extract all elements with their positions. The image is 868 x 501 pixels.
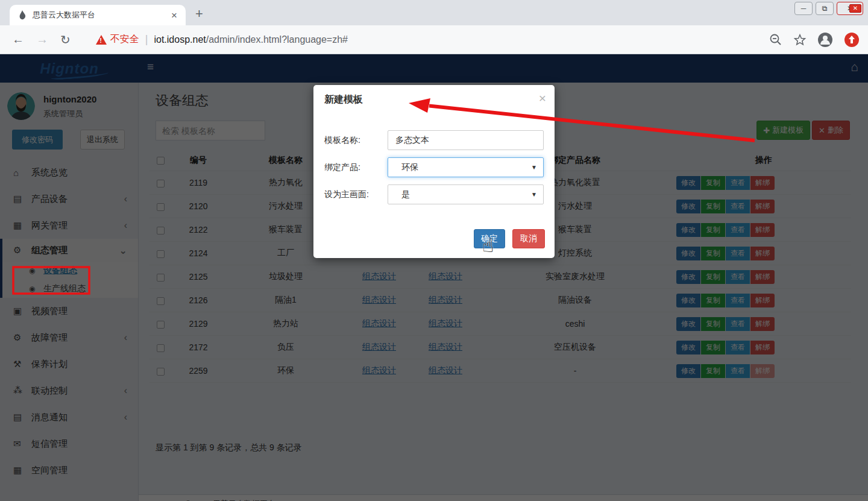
- url-path[interactable]: /admin/index.html?language=zh#: [206, 34, 348, 45]
- security-warning-label: 不安全: [110, 33, 139, 46]
- browser-url-bar: ← → ↻ 不安全 | iot.idosp.net/admin/index.ht…: [0, 25, 868, 54]
- browser-tab[interactable]: 思普云大数据平台 ×: [10, 5, 186, 25]
- new-template-modal: 新建模板 × 模板名称: 绑定产品: 环保 ▼ 设为主画面: 是 ▼ 确定 取消: [313, 85, 555, 258]
- tab-title: 思普云大数据平台: [33, 10, 169, 20]
- zoom-out-icon[interactable]: [769, 33, 782, 46]
- window-controls: ─ ⧉ ✕✕: [794, 2, 863, 15]
- profile-avatar-icon[interactable]: [817, 32, 833, 48]
- confirm-button[interactable]: 确定: [474, 229, 505, 248]
- template-name-input[interactable]: [388, 130, 544, 150]
- main-screen-label: 设为主画面:: [324, 184, 388, 204]
- minimize-button[interactable]: ─: [794, 2, 813, 15]
- bind-product-label: 绑定产品:: [324, 157, 388, 177]
- page-viewport: Hignton ≡ ⌂ hignton2020 系统管理员 修改密码 退出系统 …: [0, 54, 868, 501]
- close-button[interactable]: ✕✕: [837, 2, 863, 15]
- security-chip[interactable]: 不安全: [96, 33, 139, 46]
- url-separator: |: [145, 33, 148, 46]
- modal-title: 新建模板: [324, 93, 363, 106]
- bookmark-star-icon[interactable]: [793, 33, 807, 46]
- close-x-icon: ✕: [849, 4, 861, 13]
- reload-icon[interactable]: ↻: [60, 33, 71, 47]
- new-tab-button[interactable]: +: [195, 6, 203, 22]
- screen: { "browser": { "tab": { "title": "思普云大数据…: [0, 0, 868, 501]
- url-host[interactable]: iot.idosp.net: [154, 34, 206, 45]
- forward-icon[interactable]: →: [36, 33, 48, 46]
- warning-triangle-icon: [96, 35, 107, 45]
- cancel-button[interactable]: 取消: [512, 229, 545, 248]
- browser-tab-strip: 思普云大数据平台 × + ─ ⧉ ✕✕: [0, 0, 868, 25]
- restore-button[interactable]: ⧉: [816, 2, 834, 15]
- update-extension-icon[interactable]: [844, 32, 860, 48]
- main-screen-select[interactable]: 是 ▼: [388, 184, 544, 204]
- favicon-icon: [18, 10, 27, 20]
- modal-close-icon[interactable]: ×: [539, 91, 546, 106]
- bind-product-select[interactable]: 环保 ▼: [388, 157, 544, 177]
- template-name-label: 模板名称:: [324, 130, 388, 150]
- caret-down-icon: ▼: [531, 191, 537, 198]
- tab-close-icon[interactable]: ×: [169, 10, 180, 20]
- back-icon[interactable]: ←: [12, 33, 24, 46]
- caret-down-icon: ▼: [531, 164, 537, 171]
